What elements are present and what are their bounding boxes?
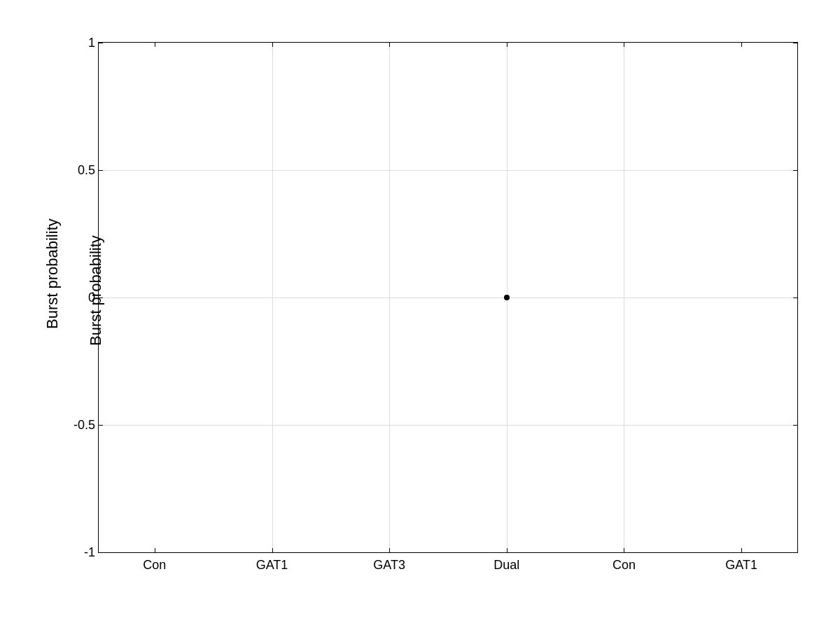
x-tick-label: Con (143, 558, 166, 573)
x-tick-top (741, 43, 742, 47)
y-tick-right (793, 298, 797, 298)
y-axis-label-text: Burst probability (87, 235, 105, 346)
h-grid-line (99, 170, 797, 171)
x-tick-bottom (155, 548, 155, 552)
x-tick-top (624, 43, 624, 47)
y-tick-right (793, 43, 797, 43)
y-tick-right (793, 170, 797, 171)
data-point (504, 295, 510, 300)
x-tick-bottom (507, 548, 507, 552)
x-tick-top (507, 43, 507, 47)
h-grid-line (99, 298, 797, 298)
x-tick-top (155, 43, 155, 47)
x-tick-top (389, 43, 390, 47)
v-grid-line (272, 43, 273, 552)
y-axis-label-container: Burst probability (41, 28, 151, 553)
h-grid-line (99, 425, 797, 426)
y-tick-right (793, 552, 797, 553)
plot-area: 10.50-0.5-1ConGAT1GAT3DualConGAT1 (98, 42, 798, 553)
y-tick-right (793, 425, 797, 426)
x-tick-bottom (389, 548, 390, 552)
x-tick-bottom (272, 548, 273, 552)
v-grid-line (389, 43, 390, 552)
chart-wrap: Burst probability 10.50-0.5-1ConGAT1GAT3… (35, 28, 805, 602)
x-tick-label: GAT1 (725, 558, 757, 573)
x-tick-label: Con (612, 558, 636, 573)
v-grid-line (624, 43, 624, 552)
x-tick-label: Dual (493, 558, 519, 573)
x-tick-top (272, 43, 273, 47)
chart-container: Burst probability 10.50-0.5-1ConGAT1GAT3… (0, 0, 840, 630)
x-tick-bottom (741, 548, 742, 552)
x-tick-bottom (624, 548, 624, 552)
x-tick-label: GAT3 (373, 558, 405, 573)
x-tick-label: GAT1 (256, 558, 288, 573)
